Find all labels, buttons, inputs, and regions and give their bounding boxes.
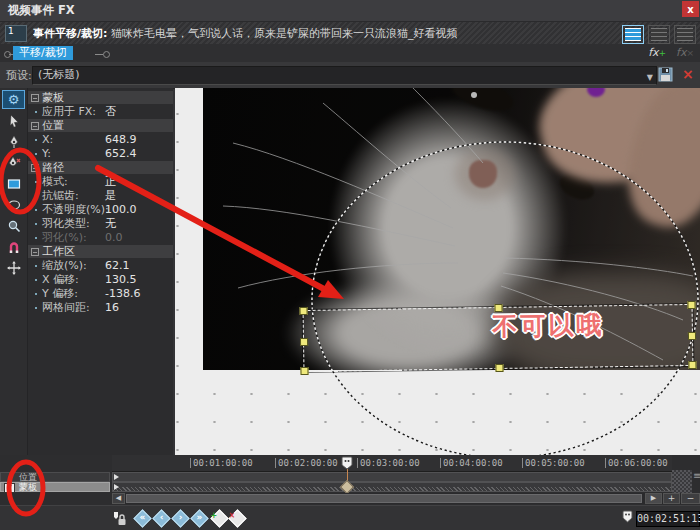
group-header-mask[interactable]: 蒙板 <box>28 91 173 104</box>
delete-keyframe-button[interactable]: × <box>228 509 246 527</box>
resize-handle[interactable] <box>300 367 308 375</box>
fx-add-button[interactable]: fx+ <box>648 46 666 59</box>
fx-remove-button[interactable]: fx× <box>676 46 694 59</box>
prop-value[interactable]: 100.0 <box>105 203 137 217</box>
dialog-title: 视频事件 FX <box>8 3 75 18</box>
next-keyframe-button[interactable]: › <box>171 509 189 527</box>
prop-feather-percent: 羽化(%): 0.0 <box>28 231 173 245</box>
mask-selection-rect[interactable]: 不可以哦 <box>303 304 694 372</box>
prop-opacity: 不透明度(%): 100.0 <box>28 203 173 217</box>
preset-dropdown[interactable]: (无标题) ▼ <box>32 66 657 85</box>
tool-delete-anchor[interactable] <box>2 153 25 172</box>
prop-value[interactable]: 62.1 <box>105 259 130 273</box>
preset-label: 预设: <box>6 68 32 83</box>
preset-value: (无标题) <box>38 68 80 81</box>
first-keyframe-icon: « <box>137 512 148 523</box>
group-header-workspace[interactable]: 工作区 <box>28 245 173 258</box>
playhead-marker[interactable] <box>340 456 354 470</box>
tool-rectangle-mask[interactable] <box>2 174 25 193</box>
tool-pan[interactable] <box>2 258 25 277</box>
timeline-zoom-in-button[interactable]: + <box>663 493 680 504</box>
ruler-label: 00:04:00:00 <box>440 458 503 468</box>
scroll-left-icon: ◀ <box>116 494 121 502</box>
tool-normal-edit[interactable]: ⚙ <box>2 90 25 109</box>
prop-value[interactable]: 130.5 <box>105 273 137 287</box>
prop-value[interactable]: 正 <box>105 175 116 189</box>
last-keyframe-button[interactable]: » <box>190 509 208 527</box>
prop-apply-to-fx: 应用于 FX: 否 <box>28 105 173 119</box>
previous-keyframe-button[interactable]: ‹ <box>152 509 170 527</box>
prop-zoom: 缩放(%): 62.1 <box>28 259 173 273</box>
sync-cursor-lock-icon[interactable] <box>112 511 126 526</box>
tool-add-anchor[interactable] <box>2 132 25 151</box>
preview-workspace[interactable]: 不可以哦 <box>175 88 700 455</box>
timeline-zoom-out-button[interactable]: − <box>681 493 700 504</box>
tool-oval-mask[interactable] <box>2 195 25 214</box>
track-row-mask[interactable]: ✓ 蒙板 <box>0 482 110 492</box>
magnifier-icon <box>7 219 21 233</box>
event-number-badge: 1 <box>5 25 27 42</box>
cursor-timecode[interactable]: 00:02:51:13 <box>636 511 700 527</box>
layout-toggle-group <box>622 25 696 44</box>
last-keyframe-icon: » <box>194 512 205 523</box>
resize-handle[interactable] <box>688 361 696 369</box>
event-title-name: 猫咪炸毛电晕，气到说人话，原来是铲屎的带回来一只流浪猫_好看视频 <box>111 27 458 40</box>
prop-value[interactable]: 是 <box>105 189 116 203</box>
track-resize-grip[interactable]: ≡ <box>693 471 700 481</box>
cursor-time-icon <box>622 510 633 524</box>
close-button[interactable]: x <box>682 1 699 17</box>
fx-chain-row: 平移/裁切 fx+ fx× <box>0 44 700 63</box>
prop-grid-spacing: 网格间距: 16 <box>28 301 173 315</box>
prop-value[interactable]: 16 <box>105 301 119 315</box>
group-header-path[interactable]: 路径 <box>28 161 173 174</box>
layout-split-icon[interactable] <box>648 25 670 44</box>
resize-handle[interactable] <box>299 307 307 315</box>
event-header-bar: 1 事件平移/裁切: 猫咪炸毛电晕，气到说人话，原来是铲屎的带回来一只流浪猫_好… <box>0 22 700 45</box>
scrollbar-thumb[interactable] <box>126 494 642 503</box>
floppy-disk-icon <box>658 67 673 82</box>
tool-selection[interactable] <box>2 111 25 130</box>
keyframe-toolbar: « ‹ › » + × 00:02:51:13 <box>0 505 700 530</box>
pen-icon <box>7 135 21 149</box>
prop-value[interactable]: 无 <box>105 217 116 231</box>
keyframe-lane-position[interactable] <box>112 472 672 482</box>
resize-handle[interactable] <box>495 364 503 372</box>
group-header-position[interactable]: 位置 <box>28 119 173 132</box>
chevron-down-icon: ▼ <box>647 70 653 86</box>
timeline-scrollbar: ◀ ▶ + − <box>112 493 700 504</box>
tool-snap[interactable] <box>2 237 25 256</box>
prop-value[interactable]: 否 <box>105 105 116 119</box>
prop-antialias: 抗锯齿: 是 <box>28 189 173 203</box>
mask-enabled-checkbox[interactable]: ✓ <box>4 483 15 493</box>
prop-value[interactable]: 648.9 <box>105 133 137 147</box>
resize-handle[interactable] <box>687 301 695 309</box>
save-preset-button[interactable] <box>658 67 673 82</box>
ruler-label: 00:05:00:00 <box>522 458 585 468</box>
keyframe-lane-mask[interactable] <box>112 482 672 492</box>
chain-output-node <box>103 51 110 58</box>
tab-pan-crop[interactable]: 平移/裁切 <box>13 46 73 60</box>
add-keyframe-button[interactable]: + <box>210 509 228 527</box>
tool-zoom[interactable] <box>2 216 25 235</box>
previous-keyframe-icon: ‹ <box>156 512 167 523</box>
prop-value[interactable]: 652.4 <box>105 147 137 161</box>
resize-handle[interactable] <box>300 338 308 346</box>
resize-handle[interactable] <box>688 332 696 340</box>
tab-pan-crop-label: 平移/裁切 <box>19 46 67 59</box>
layout-grid-icon[interactable] <box>674 25 696 44</box>
delete-icon: × <box>682 66 694 82</box>
scroll-right-button[interactable]: ▶ <box>645 493 662 504</box>
prop-value[interactable]: -138.6 <box>105 287 140 301</box>
scroll-right-icon: ▶ <box>651 494 656 502</box>
video-caption-text: 不可以哦 <box>492 308 605 343</box>
event-title-prefix: 事件平移/裁切: <box>33 27 107 40</box>
dialog-titlebar[interactable]: 视频事件 FX <box>0 0 700 22</box>
delete-preset-button[interactable]: × <box>682 66 694 82</box>
event-title: 事件平移/裁切: 猫咪炸毛电晕，气到说人话，原来是铲屎的带回来一只流浪猫_好看视… <box>33 26 457 41</box>
first-keyframe-button[interactable]: « <box>133 509 151 527</box>
oval-tool-icon <box>7 198 21 212</box>
scroll-left-button[interactable]: ◀ <box>112 493 125 504</box>
layout-single-icon[interactable] <box>622 25 644 44</box>
prop-mode: 模式: 正 <box>28 175 173 189</box>
track-row-position[interactable]: 位置 <box>0 472 110 482</box>
